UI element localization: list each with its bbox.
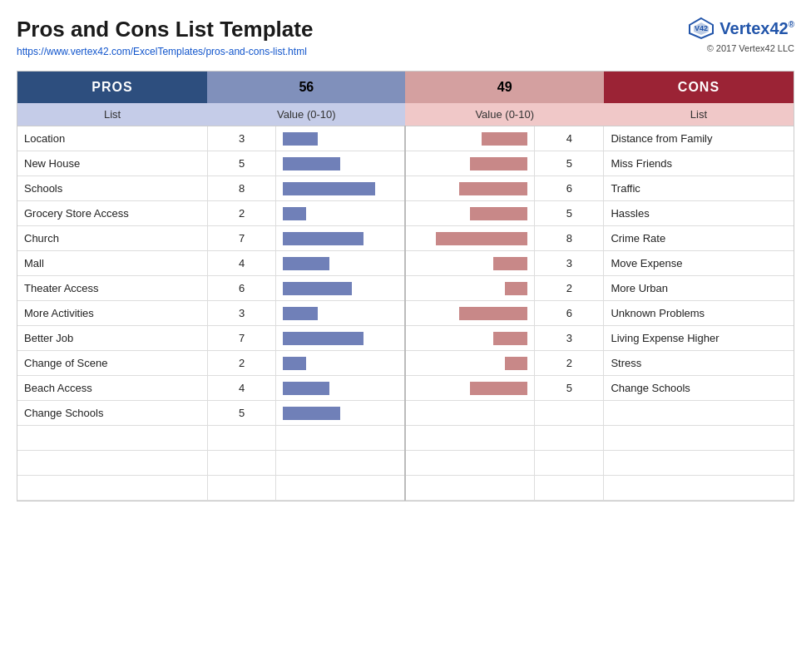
cons-item-cell: Distance from Family [604,126,794,151]
pros-item-cell [17,426,207,451]
pros-bar-cell [276,301,406,326]
cons-item-cell: More Urban [604,276,794,301]
cons-bar-cell [405,151,535,176]
cons-bar-cell [405,251,535,276]
pros-value-cell [207,426,276,451]
cons-value-cell: 8 [535,226,604,251]
cons-bar [493,332,527,345]
pros-value-cell: 5 [207,401,276,426]
pros-value-cell: 8 [207,176,276,201]
cons-item-cell [604,476,794,501]
cons-bar-cell [405,451,535,476]
cons-bar [470,382,527,395]
pros-bar [283,282,352,295]
subheader-row: List Value (0-10) Value (0-10) List [17,103,794,126]
cons-bar-cell [405,301,535,326]
subheader-pros-list: List [17,103,207,126]
pros-item-cell: Schools [17,176,207,201]
cons-item-cell [604,451,794,476]
cons-bar-cell [405,376,535,401]
cons-item-cell: Living Expense Higher [604,326,794,351]
cons-item-cell: Hassles [604,201,794,226]
pros-bar [283,307,317,320]
pros-bar-cell [276,351,406,376]
cons-item-cell: Miss Friends [604,151,794,176]
pros-bar-cell [276,126,406,151]
pros-value-cell: 4 [207,376,276,401]
pros-bar [283,357,306,370]
table-row: Change Schools5 [17,401,794,426]
pros-item-cell [17,451,207,476]
table-row: Change of Scene22Stress [17,351,794,376]
cons-item-cell: Stress [604,351,794,376]
cons-value-cell: 5 [535,201,604,226]
pros-value-cell: 5 [207,151,276,176]
pros-bar-cell [276,226,406,251]
cons-bar [505,282,528,295]
cons-score-cell: 49 [405,72,603,103]
vertex42-logo-icon: V42 [688,17,715,40]
cons-value-cell: 5 [535,151,604,176]
pros-bar-cell [276,476,406,501]
table-row: Beach Access45Change Schools [17,376,794,401]
page-url: https://www.vertex42.com/ExcelTemplates/… [17,46,313,57]
pros-score-cell: 56 [207,72,405,103]
cons-item-cell: Unknown Problems [604,301,794,326]
table-row: New House55Miss Friends [17,151,794,176]
pros-item-cell: Location [17,126,207,151]
pros-bar [283,132,317,146]
cons-value-cell [535,426,604,451]
pros-bar [283,232,363,245]
table-row: Schools86Traffic [17,176,794,201]
table-row: Location34Distance from Family [17,126,794,151]
pros-value-cell: 2 [207,351,276,376]
subheader-cons-val: Value (0-10) [405,103,603,126]
cons-bar [482,132,527,146]
cons-item-cell: Move Expense [604,251,794,276]
pros-item-cell: More Activities [17,301,207,326]
cons-bar-cell [405,226,535,251]
pros-value-cell [207,451,276,476]
cons-header-cell: CONS [604,72,794,103]
title-block: Pros and Cons List Template https://www.… [17,17,313,57]
pros-bar-cell [276,276,406,301]
cons-value-cell: 2 [535,276,604,301]
cons-item-cell [604,401,794,426]
cons-bar-cell [405,276,535,301]
svg-text:V42: V42 [695,24,708,32]
cons-item-cell: Traffic [604,176,794,201]
pros-bar [283,257,329,270]
pros-item-cell: Change Schools [17,401,207,426]
page-title: Pros and Cons List Template [17,17,313,42]
pros-bar-cell [276,426,406,451]
cons-value-cell: 3 [535,326,604,351]
cons-bar [459,182,528,195]
cons-item-cell: Change Schools [604,376,794,401]
pros-bar [283,382,329,395]
pros-value-cell: 7 [207,326,276,351]
logo-block: V42 Vertex42® © 2017 Vertex42 LLC [688,17,794,53]
cons-value-cell [535,401,604,426]
subheader-cons-list: List [604,103,794,126]
table-row: Grocery Store Access25Hassles [17,201,794,226]
cons-bar-cell [405,401,535,426]
pros-bar [283,407,340,420]
pros-bar [283,332,363,345]
pros-cons-table: PROS 56 49 CONS List Value (0-10) Value … [17,72,794,501]
pros-item-cell: Mall [17,251,207,276]
cons-value-cell [535,451,604,476]
table-row: Theater Access62More Urban [17,276,794,301]
cons-bar-cell [405,176,535,201]
cons-value-cell: 6 [535,301,604,326]
cons-item-cell: Crime Rate [604,226,794,251]
cons-bar-cell [405,476,535,501]
pros-bar-cell [276,251,406,276]
main-header-row: PROS 56 49 CONS [17,72,794,103]
pros-value-cell: 2 [207,201,276,226]
cons-bar [505,357,528,370]
pros-item-cell: Theater Access [17,276,207,301]
pros-item-cell: Church [17,226,207,251]
pros-value-cell: 6 [207,276,276,301]
cons-item-cell [604,426,794,451]
pros-value-cell: 3 [207,301,276,326]
